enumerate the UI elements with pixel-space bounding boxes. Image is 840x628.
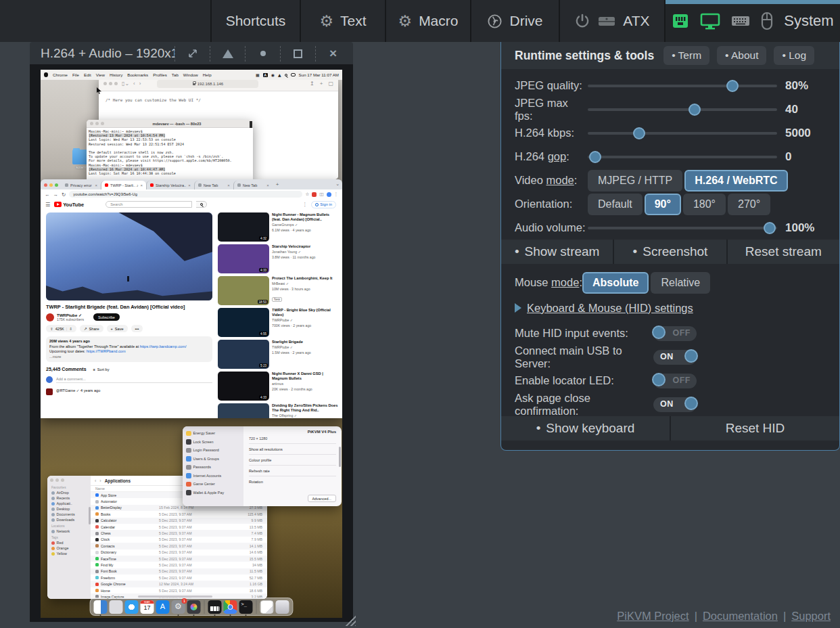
nav-system-button[interactable]: System (664, 0, 840, 42)
nav-macro-button[interactable]: ⚙ Macro (385, 0, 470, 42)
chrome-address-bar[interactable]: youtube.com/watch?v=J9Q3i5w6-Ug (69, 191, 302, 198)
chrome-nav-buttons[interactable]: ←→↻ (45, 192, 66, 198)
finder-sidebar-item[interactable]: Downloads (50, 517, 88, 522)
adblock-extension-icon[interactable] (312, 192, 317, 197)
log-button[interactable]: • Log (774, 46, 814, 65)
subscribe-button[interactable]: Subscribe (93, 313, 120, 321)
settings-sidebar-item[interactable]: Wallet & Apple Pay (186, 489, 240, 497)
chrome-tab[interactable]: Privacy error × (62, 181, 101, 189)
description-link[interactable]: https://TWRPband.com (87, 349, 126, 353)
quicktime-icon[interactable] (187, 600, 201, 614)
suggested-video[interactable]: 4:33 Starship Velociraptor Jonathan Youn… (218, 244, 340, 273)
settings-sidebar-item[interactable]: Lock Screen (186, 438, 240, 447)
reset-stream-button[interactable]: Reset stream (726, 240, 839, 264)
chrome-tab[interactable]: TWRP - Starli.. ♪ × (101, 181, 146, 189)
finder-file-row[interactable]: Find My 5 Dec 2023, 9:37 AM 34 MB (91, 562, 267, 568)
channel-avatar[interactable] (46, 313, 54, 321)
finder-file-row[interactable]: Dictionary 5 Dec 2023, 9:37 AM 14.6 MB (91, 550, 267, 556)
finder-sidebar-item[interactable]: Recents (50, 495, 88, 501)
tab-close-icon[interactable]: × (141, 183, 143, 187)
settings-sidebar-item[interactable]: Game Center (186, 480, 240, 489)
reset-hid-button[interactable]: Reset HID (670, 416, 839, 441)
launchpad-icon[interactable] (110, 600, 123, 614)
terminal-icon[interactable]: >_ (239, 600, 253, 614)
save-button[interactable]: +Save (107, 325, 128, 332)
jpeg-max-fps-slider[interactable] (588, 104, 777, 116)
finder-sidebar-item[interactable]: AirDrop (50, 490, 88, 495)
settings-row-rotation[interactable]: Rotation (249, 476, 336, 487)
show-keyboard-button[interactable]: •Show keyboard (501, 416, 670, 441)
finder-file-row[interactable]: Home 5 Dec 2023, 9:37 AM 18.6 MB (91, 587, 267, 593)
youtube-search-input[interactable]: Search (106, 201, 192, 208)
show-stream-button[interactable]: •Show stream (501, 240, 613, 264)
finder-file-row[interactable]: Contacts 5 Dec 2023, 9:37 AM 14.1 MB (91, 543, 267, 549)
video-description[interactable]: 20M views 4 years ago From the album "To… (46, 336, 212, 362)
hid-settings-link[interactable]: Keyboard & Mouse (HID) settings (527, 302, 693, 315)
new-tab-button[interactable]: + (276, 181, 279, 187)
nav-text-button[interactable]: ⚙ Text (300, 0, 385, 42)
youtube-video-player[interactable] (46, 212, 212, 300)
window-resize-grip[interactable] (344, 615, 356, 626)
remote-desktop-stream[interactable]: Chrome File Edit View History Bookmarks … (41, 70, 342, 618)
hamburger-menu-icon[interactable]: ☰ (45, 202, 50, 208)
close-confirmation-toggle[interactable]: ON (653, 397, 697, 412)
add-comment-input[interactable]: Add a comment... (56, 377, 212, 383)
connect-usb-toggle[interactable]: ON (653, 350, 697, 365)
tab-close-icon[interactable]: × (266, 183, 269, 187)
suggested-video[interactable]: 4:32 Night Runner - Magnum Bullets (feat… (218, 212, 340, 242)
terminal-button[interactable]: • Term (663, 46, 709, 65)
share-button[interactable]: ↗Share (80, 325, 103, 332)
orientation-90-button[interactable]: 90° (645, 194, 681, 215)
finder-tag-item[interactable]: Red (50, 540, 88, 545)
finder-file-row[interactable]: Chess 5 Dec 2023, 9:37 AM 7.4 MB (91, 530, 267, 536)
chrome-tab[interactable]: New Tab × (233, 181, 273, 189)
jpeg-quality-slider[interactable] (588, 80, 777, 92)
calendar-icon[interactable]: MAR17 (141, 600, 154, 614)
settings-row-refresh-rate[interactable]: Refresh rate (249, 465, 336, 476)
finder-icon[interactable] (94, 600, 108, 614)
settings-row-colour-profile[interactable]: Colour profile (249, 454, 336, 465)
settings-sidebar-item[interactable]: Users & Groups (186, 455, 240, 464)
settings-sidebar-item[interactable]: Passwords (186, 463, 240, 472)
stream-window-titlebar[interactable]: H.264 + Audio – 1920x10 × (30, 42, 353, 64)
window-fullscreen-button[interactable] (174, 46, 210, 62)
orientation-180-button[interactable]: 180° (683, 194, 726, 215)
window-raise-button[interactable] (210, 46, 245, 62)
suggested-video[interactable]: 18:53 Protect The Lamborghini, Keep It M… (218, 276, 340, 305)
h264-gop-slider[interactable] (588, 151, 777, 163)
tab-close-icon[interactable]: × (95, 183, 97, 187)
finder-tag-item[interactable]: Yellow (50, 551, 88, 556)
mode-help-link[interactable]: mode (551, 276, 579, 288)
finder-file-row[interactable]: Calendar 5 Dec 2023, 9:37 AM 13.5 MB (91, 524, 267, 530)
nav-shortcuts-button[interactable]: Shortcuts (210, 0, 300, 42)
finder-file-row[interactable]: Google Chrome 12 Mar 2024, 3:24 AM 1.16 … (91, 581, 267, 587)
youtube-logo[interactable]: YouTube (54, 202, 84, 208)
settings-sidebar-item[interactable]: Login Password (186, 446, 240, 455)
mute-hid-toggle[interactable]: OFF (653, 326, 697, 341)
tab-search-caret-icon[interactable]: ⌄ (335, 181, 340, 187)
finder-file-row[interactable]: Books 5 Dec 2023, 9:37 AM 115.4 MB (91, 511, 267, 517)
locator-led-toggle[interactable]: OFF (653, 374, 697, 388)
back-icon[interactable]: ‹ (95, 478, 96, 483)
audio-volume-slider[interactable] (588, 222, 777, 234)
settings-sidebar-item[interactable]: Energy Saver (186, 429, 240, 438)
finder-sidebar-item[interactable]: Documents (50, 512, 88, 517)
suggested-video[interactable]: 4:55 TWRP - Bright Blue Sky (Official Vi… (218, 308, 340, 337)
pikvm-project-link[interactable]: PiKVM Project (617, 610, 689, 622)
profile-avatar[interactable] (327, 192, 331, 197)
finder-sidebar-item[interactable]: Applicati.. (50, 501, 88, 506)
suggested-video[interactable]: Dividing By Zero/Slim Pickens Does The R… (218, 403, 340, 418)
more-actions-button[interactable]: ••• (131, 325, 143, 332)
chrome-tab[interactable]: New Tab × (194, 181, 233, 189)
video-mode-mjpeg-button[interactable]: MJPEG / HTTP (588, 170, 682, 192)
h264-kbps-slider[interactable] (588, 127, 777, 139)
finder-file-row[interactable]: Clock 5 Dec 2023, 9:37 AM 7.9 MB (91, 537, 267, 543)
finder-file-row[interactable]: Calculator 5 Dec 2023, 9:37 AM 9.9 MB (91, 518, 267, 524)
sort-by-button[interactable]: ≡Sort by (93, 367, 110, 372)
like-dislike-button[interactable]: ⇧425K|⇩ (46, 325, 76, 332)
mouse-mode-relative-button[interactable]: Relative (651, 272, 710, 294)
chrome-menu-icon[interactable]: ⋮ (334, 192, 339, 197)
mode-help-link[interactable]: mode (546, 174, 574, 186)
finder-file-row[interactable]: Freeform 5 Dec 2023, 9:37 AM 52.7 MB (91, 575, 267, 581)
mouse-mode-absolute-button[interactable]: Absolute (582, 272, 649, 294)
